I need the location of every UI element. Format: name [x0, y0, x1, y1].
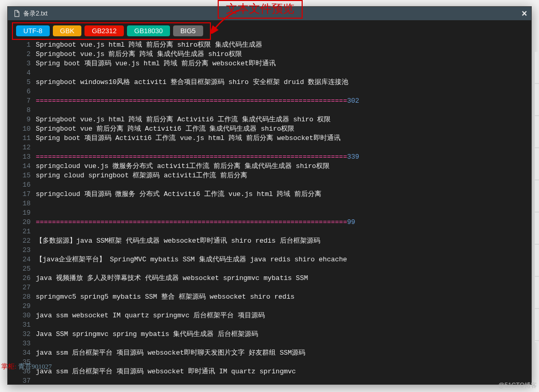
gutter-line: 33: [8, 339, 31, 348]
gutter-line: 18: [8, 199, 31, 208]
gutter-line: 31: [8, 320, 31, 330]
gutter-line: 7: [8, 96, 31, 106]
code-line: [36, 339, 527, 348]
gutter-line: 6: [8, 87, 31, 96]
encoding-button-utf-8[interactable]: UTF-8: [16, 25, 50, 36]
preview-modal: 备录2.txt × UTF-8GBKGB2312GB18030BIG5 1234…: [7, 6, 532, 385]
gutter-line: 9: [8, 115, 31, 124]
code-line: [36, 302, 527, 311]
gutter-line: 29: [8, 302, 31, 311]
gutter-line: 5: [8, 78, 31, 87]
gutter-line: 22: [8, 236, 31, 246]
gutter-line: 26: [8, 274, 31, 283]
code-line: ========================================…: [36, 96, 527, 106]
gutter-line: 17: [8, 190, 31, 199]
shopkeeper-annotation: 掌柜: 青苔901027: [1, 362, 52, 371]
gutter-line: 15: [8, 171, 31, 180]
gutter-line: 20: [8, 218, 31, 227]
gutter-line: 30: [8, 311, 31, 320]
gutter-line: 21: [8, 227, 31, 236]
encoding-button-gb2312[interactable]: GB2312: [84, 25, 124, 36]
code-line: Java SSM springmvc spring mybatis 集代码生成器…: [36, 330, 527, 339]
gutter-line: 8: [8, 106, 31, 115]
code-line: ========================================…: [36, 218, 527, 227]
code-line: spring cloud springboot 框架源码 activiti工作流…: [36, 171, 527, 180]
code-line: java 视频播放 多人及时弹幕技术 代码生成器 websocket sprin…: [36, 274, 527, 283]
gutter-line: 19: [8, 208, 31, 218]
gutter-line: 10: [8, 124, 31, 134]
code-line: Springboot vue.js html 跨域 前后分离 shiro权限 集…: [36, 40, 527, 50]
gutter-line: 2: [8, 50, 31, 59]
code-line: [36, 358, 527, 367]
shopkeeper-value: 青苔901027: [18, 362, 52, 370]
encoding-button-big5[interactable]: BIG5: [173, 25, 203, 36]
code-line: [36, 227, 527, 236]
encoding-button-gbk[interactable]: GBK: [53, 25, 81, 36]
code-line: [36, 320, 527, 330]
code-line: [36, 376, 527, 384]
encoding-toolbar: UTF-8GBKGB2312GB18030BIG5: [8, 20, 531, 40]
gutter-line: 32: [8, 330, 31, 339]
code-line: springcloud 项目源码 微服务 分布式 Activiti6 工作流 v…: [36, 190, 527, 199]
shopkeeper-label: 掌柜:: [1, 362, 17, 370]
code-line: java ssm 后台框架平台 项目源码 websocket 即时通讯 IM q…: [36, 367, 527, 376]
editor-area: 1234567891011121314151617181920212223242…: [8, 40, 531, 384]
code-line: springboot windows10风格 activiti 整合项目框架源码…: [36, 78, 527, 87]
gutter-line: 27: [8, 283, 31, 292]
code-line: [36, 199, 527, 208]
gutter-line: 23: [8, 246, 31, 255]
gutter-line: 11: [8, 134, 31, 143]
close-button[interactable]: ×: [521, 8, 527, 19]
gutter-line: 3: [8, 59, 31, 68]
code-line: java ssm 后台框架平台 项目源码 websocket即时聊天发图片文字 …: [36, 348, 527, 358]
code-line: [36, 68, 527, 78]
gutter-line: 16: [8, 180, 31, 190]
code-line: [36, 180, 527, 190]
code-line: [36, 246, 527, 255]
gutter-line: 12: [8, 143, 31, 152]
watermark-text: @51CTO博客: [498, 381, 537, 390]
gutter-line: 4: [8, 68, 31, 78]
code-line: Springboot vue 前后分离 跨域 Activiti6 工作流 集成代…: [36, 124, 527, 134]
gutter-line: 1: [8, 40, 31, 50]
gutter-line: 34: [8, 348, 31, 358]
code-line: [36, 143, 527, 152]
code-line: [36, 208, 527, 218]
code-line: 【java企业框架平台】 SpringMVC mybatis SSM 集成代码生…: [36, 255, 527, 264]
annotation-title-box: 文本文件预览: [218, 0, 303, 19]
gutter-line: 28: [8, 292, 31, 302]
code-line: [36, 283, 527, 292]
code-line: springcloud vue.js 微服务分布式 activiti工作流 前后…: [36, 162, 527, 171]
code-line: Spring boot 项目源码 vue.js html 跨域 前后分离 web…: [36, 59, 527, 68]
code-line: [36, 264, 527, 274]
code-line: [36, 106, 527, 115]
code-line: ========================================…: [36, 152, 527, 162]
encoding-button-gb18030[interactable]: GB18030: [127, 25, 170, 36]
code-line: java ssm websocket IM quartz springmvc 后…: [36, 311, 527, 320]
file-icon: [13, 10, 20, 17]
file-title: 备录2.txt: [23, 9, 48, 18]
line-gutter: 1234567891011121314151617181920212223242…: [8, 40, 36, 384]
code-line: 【多数据源】java SSM框架 代码生成器 websocket即时通讯 shi…: [36, 236, 527, 246]
code-line: springmvc5 spring5 mybatis SSM 整合 框架源码 w…: [36, 292, 527, 302]
gutter-line: 13: [8, 152, 31, 162]
code-line: Spring boot 项目源码 Activiti6 工作流 vue.js ht…: [36, 134, 527, 143]
code-line: [36, 87, 527, 96]
code-line: Springboot vue.js html 跨域 前后分离 Activiti6…: [36, 115, 527, 124]
code-line: Springboot vue.js 前后分离 跨域 集成代码生成器 shiro权…: [36, 50, 527, 59]
gutter-line: 25: [8, 264, 31, 274]
gutter-line: 37: [8, 376, 31, 384]
gutter-line: 14: [8, 162, 31, 171]
gutter-line: 24: [8, 255, 31, 264]
code-content[interactable]: Springboot vue.js html 跨域 前后分离 shiro权限 集…: [36, 40, 531, 384]
right-side-strip: [535, 52, 539, 342]
